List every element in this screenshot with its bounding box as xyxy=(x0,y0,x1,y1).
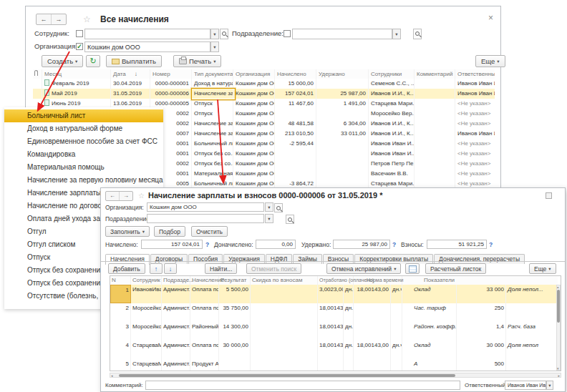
column-header-result[interactable]: Результат xyxy=(219,276,251,285)
move-up-button[interactable]: ↑ xyxy=(150,263,163,274)
payslip-button[interactable]: Расчетный листок xyxy=(425,263,486,274)
forward-icon[interactable]: → xyxy=(120,192,132,200)
column-header-discount[interactable]: Скидка по взносам xyxy=(251,276,318,285)
organization-filter-checkbox[interactable]: ✓ xyxy=(76,43,83,50)
window-controls-icon[interactable] xyxy=(546,192,552,199)
column-header-indicators[interactable]: Показатели xyxy=(402,276,558,285)
employee-filter-checkbox[interactable] xyxy=(76,30,83,37)
comment-input[interactable] xyxy=(145,381,460,390)
department-filter-input[interactable] xyxy=(292,29,392,39)
column-header-number[interactable]: Номер xyxy=(150,69,192,79)
employee-dropdown-icon[interactable]: ▾ xyxy=(210,29,219,39)
more-button[interactable]: Еще ▾ xyxy=(529,263,556,274)
tab-deductions[interactable]: Удержания xyxy=(223,254,265,264)
table-row-selected[interactable]: 1 ИвановИван ... Админист... Оплата поок… xyxy=(110,285,558,304)
organization-dropdown-icon[interactable]: ▾ xyxy=(265,202,273,212)
vertical-scrollbar-thumb[interactable] xyxy=(557,290,560,323)
cell-department: Админист... xyxy=(162,359,190,371)
scroll-left-icon[interactable]: ◂ xyxy=(111,373,113,378)
organization-filter-input[interactable]: Кошкин дом ООО xyxy=(84,41,210,52)
department-dropdown-icon[interactable]: ▾ xyxy=(392,29,401,39)
organization-lookup-icon[interactable] xyxy=(274,203,283,212)
cell-comment xyxy=(415,89,455,99)
refresh-button[interactable]: ↻ xyxy=(86,55,100,67)
clear-button[interactable]: Очистить xyxy=(191,226,228,237)
column-header-date[interactable]: Дата↓ xyxy=(111,69,150,79)
pay-button[interactable]: Выплатить xyxy=(106,55,162,67)
column-header-month[interactable]: Месяц xyxy=(42,69,111,79)
favorite-star-icon[interactable]: ☆ xyxy=(138,192,145,200)
department-lookup-icon[interactable] xyxy=(286,215,294,224)
responsible-dropdown-icon[interactable]: ▾ xyxy=(546,381,553,390)
favorite-star-icon[interactable]: ☆ xyxy=(83,15,91,24)
employee-filter-input[interactable] xyxy=(84,29,210,39)
tab-loans[interactable]: Займы xyxy=(293,254,322,264)
cancel-search-button[interactable]: Отменить поиск xyxy=(246,263,301,274)
more-button[interactable]: Еще ▾ xyxy=(475,55,505,67)
table-row[interactable]: 3 МоросейкоВероника... Админист... Район… xyxy=(110,322,558,341)
table-row[interactable]: 2 МоросейкоВероника... Админист... Оплат… xyxy=(110,303,558,323)
column-header-withheld[interactable]: Удержано xyxy=(316,69,369,79)
move-down-button[interactable]: ↓ xyxy=(164,263,177,274)
menu-item[interactable]: Начисление за первую половину месяца xyxy=(4,174,163,187)
tab-contributions[interactable]: Взносы xyxy=(323,254,354,264)
menu-item[interactable]: Материальная помощь xyxy=(4,161,163,174)
organization-input[interactable]: Кошкин дом ООО xyxy=(147,202,264,212)
pick-button[interactable]: Подбор xyxy=(154,226,185,237)
back-icon[interactable]: ← xyxy=(106,192,120,200)
table-row[interactable]: Февраль 2019 30.04.2019 0000-000001 Дохо… xyxy=(33,79,495,89)
table-settings-button[interactable] xyxy=(405,263,420,274)
help-icon[interactable]: ? xyxy=(392,241,396,248)
column-header-norm[interactable]: Норма времени xyxy=(354,276,402,285)
responsible-input[interactable]: Иванов Иван Иванович xyxy=(505,381,546,390)
column-header-doc-type[interactable]: Тип документа xyxy=(192,69,233,79)
column-header-accrual[interactable]: Начисление xyxy=(190,276,219,285)
scroll-right-icon[interactable]: ▸ xyxy=(558,373,560,378)
table-row-selected[interactable]: Май 2019 31.05.2019 0000-000006 Начислен… xyxy=(33,89,495,99)
fill-button[interactable]: Заполнить ▾ xyxy=(105,226,150,237)
tab-payment-corrections[interactable]: Корректировки выплаты xyxy=(354,254,433,264)
column-header-responsible[interactable]: Ответственный xyxy=(455,69,495,79)
department-lookup-icon[interactable] xyxy=(413,29,422,39)
organization-dropdown-icon[interactable]: ▾ xyxy=(210,41,219,52)
add-row-button[interactable]: Добавить xyxy=(108,263,145,274)
menu-item-sick-leave[interactable]: Больничный лист xyxy=(4,109,163,122)
scroll-down-icon[interactable]: ▾ xyxy=(557,366,559,371)
column-header-employees[interactable]: Сотрудники xyxy=(369,69,415,79)
column-header-employee[interactable]: Сотрудник xyxy=(131,276,162,285)
table-row[interactable]: 4 СтарцеваМария ... Админист... Оплата п… xyxy=(110,340,558,360)
close-icon[interactable]: × xyxy=(488,14,493,22)
horizontal-scrollbar-thumb[interactable] xyxy=(119,374,455,377)
column-header-n[interactable]: N xyxy=(110,276,131,285)
department-filter-checkbox[interactable] xyxy=(284,30,291,37)
column-header-comment[interactable]: Комментарий xyxy=(415,69,455,79)
forward-icon[interactable]: → xyxy=(52,14,66,24)
table-row[interactable]: 5 СтарцеваМария ... Админист... Продукт … xyxy=(110,359,558,371)
find-button[interactable]: Найти... xyxy=(205,263,237,274)
column-header-department[interactable]: Подразде... xyxy=(162,276,190,285)
menu-item[interactable]: Доход в натуральной форме xyxy=(4,122,163,135)
cell-n: 1 xyxy=(110,285,131,303)
undo-corrections-button[interactable]: Отмена исправлений ▾ xyxy=(326,263,401,274)
column-header-accrued[interactable]: Начислено xyxy=(275,69,316,79)
tab-contracts[interactable]: Договоры xyxy=(150,254,188,264)
horizontal-scrollbar[interactable]: ◂ ▸ xyxy=(110,373,561,378)
print-button[interactable]: Печать ▾ xyxy=(173,55,221,67)
create-button[interactable]: Создать ▾ xyxy=(42,55,83,67)
vertical-scrollbar[interactable]: ▴ ▾ xyxy=(556,285,561,371)
column-header-worked[interactable]: Отработано (оплачено) xyxy=(318,276,354,285)
cell-norm-value xyxy=(354,359,391,371)
scroll-up-icon[interactable]: ▴ xyxy=(557,285,559,289)
back-icon[interactable]: ← xyxy=(37,14,52,24)
help-icon[interactable]: ? xyxy=(489,241,493,248)
help-icon[interactable]: ? xyxy=(205,241,209,248)
department-dropdown-icon[interactable]: ▾ xyxy=(265,214,273,223)
tab-recalculations[interactable]: Доначисления, перерасчеты xyxy=(434,254,525,264)
employee-lookup-icon[interactable] xyxy=(220,29,228,39)
menu-item[interactable]: Командировка xyxy=(4,148,163,161)
tab-benefits[interactable]: Пособия xyxy=(188,254,223,264)
department-input[interactable] xyxy=(147,214,264,223)
menu-item[interactable]: Единовременное пособие за счет ФСС xyxy=(4,135,163,148)
tab-ndfl[interactable]: НДФЛ xyxy=(266,254,292,264)
column-header-organization[interactable]: Организация xyxy=(233,69,275,79)
